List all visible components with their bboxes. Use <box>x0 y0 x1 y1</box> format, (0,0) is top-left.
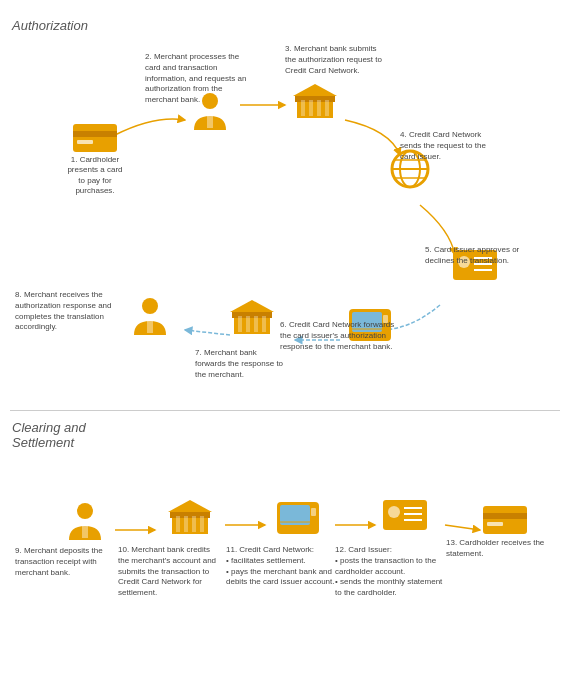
node-10 <box>160 498 220 538</box>
step-11-label: 11. Credit Card Network:• facilitates se… <box>226 545 336 588</box>
svg-point-49 <box>388 506 400 518</box>
bank-icon-3 <box>293 82 337 122</box>
svg-rect-10 <box>317 100 321 116</box>
step-1-label: 1. Cardholder presents a card to pay for… <box>65 155 125 197</box>
svg-rect-30 <box>246 316 250 332</box>
svg-marker-28 <box>230 300 274 312</box>
step-10-label: 10. Merchant bank credits the merchant's… <box>118 545 218 599</box>
auth-title: Authorization <box>12 18 88 33</box>
step-8-label: 8. Merchant receives the authorization r… <box>15 290 120 333</box>
svg-rect-4 <box>207 116 213 128</box>
card-icon <box>71 120 119 152</box>
svg-rect-8 <box>301 100 305 116</box>
svg-rect-41 <box>184 516 188 532</box>
svg-rect-32 <box>262 316 266 332</box>
svg-rect-40 <box>176 516 180 532</box>
svg-rect-53 <box>483 506 527 534</box>
step-6-label: 6. Credit Card Network forwards the card… <box>280 320 400 352</box>
svg-rect-9 <box>309 100 313 116</box>
card-icon-13 <box>481 502 529 534</box>
svg-rect-2 <box>77 140 93 144</box>
svg-point-35 <box>77 503 93 519</box>
step-12-label: 12. Card Issuer:• posts the transaction … <box>335 545 445 599</box>
svg-rect-34 <box>147 321 153 333</box>
svg-marker-7 <box>293 84 337 96</box>
step-7-label: 7. Merchant bank forwards the response t… <box>195 348 285 380</box>
step-13-label: 13. Cardholder receives the statement. <box>446 538 546 560</box>
merchant-icon-8 <box>129 295 171 337</box>
svg-rect-1 <box>73 131 117 137</box>
svg-point-33 <box>142 298 158 314</box>
node-8 <box>120 295 180 337</box>
merchant-icon-9 <box>64 500 106 542</box>
section-divider <box>10 410 560 411</box>
node-1: 1. Cardholder presents a card to pay for… <box>65 120 125 197</box>
svg-marker-39 <box>168 500 212 512</box>
svg-rect-0 <box>73 124 117 152</box>
svg-rect-31 <box>254 316 258 332</box>
clearing-title: Clearing and Settlement <box>12 420 86 450</box>
node-11 <box>268 498 328 540</box>
step-4-label: 4. Credit Card Network sends the request… <box>400 130 500 162</box>
node-13 <box>475 502 535 534</box>
svg-rect-55 <box>487 522 503 526</box>
bank-icon-7 <box>230 298 274 338</box>
svg-rect-36 <box>82 526 88 538</box>
svg-rect-42 <box>192 516 196 532</box>
step-9-label: 9. Merchant deposits the transaction rec… <box>15 546 115 578</box>
svg-rect-29 <box>238 316 242 332</box>
step-3-label: 3. Merchant bank submits the authorizati… <box>285 44 385 76</box>
svg-rect-47 <box>311 508 316 516</box>
svg-rect-11 <box>325 100 329 116</box>
node-3 <box>285 82 345 122</box>
node-12 <box>375 498 435 534</box>
svg-rect-43 <box>200 516 204 532</box>
step-5-label: 5. Card issuer approves or declines the … <box>425 245 535 267</box>
bank-icon-10 <box>168 498 212 538</box>
step-2-label: 2. Merchant processes the card and trans… <box>145 52 255 106</box>
globe-icon-11 <box>277 498 319 540</box>
node-9 <box>55 500 115 542</box>
node-7 <box>222 298 282 338</box>
svg-rect-54 <box>483 513 527 519</box>
issuer-icon-12 <box>382 498 428 534</box>
